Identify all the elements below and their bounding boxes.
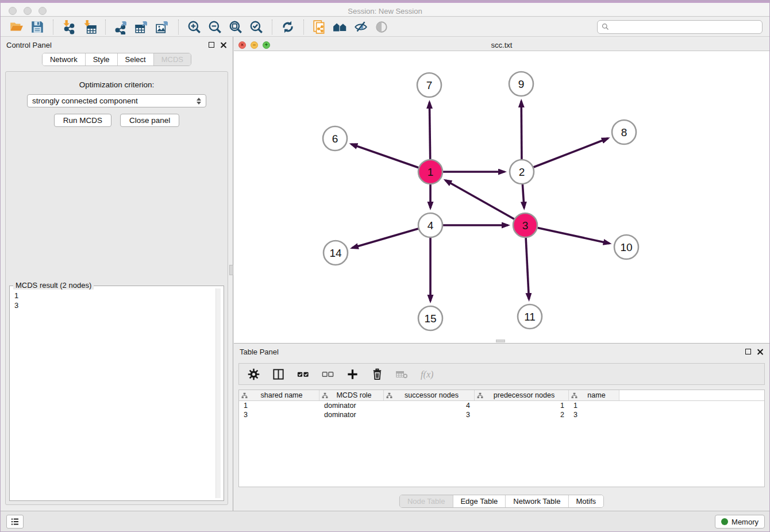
add-column-button[interactable] bbox=[345, 367, 360, 381]
column-header-predecessor-nodes[interactable]: predecessor nodes bbox=[475, 390, 569, 400]
horizontal-splitter-handle[interactable] bbox=[496, 340, 505, 342]
import-table-button[interactable] bbox=[79, 18, 100, 36]
graph-node-label: 6 bbox=[332, 133, 338, 145]
zoom-fit-button[interactable] bbox=[225, 18, 246, 36]
table-cell[interactable]: dominator bbox=[319, 401, 384, 410]
zoom-in-button[interactable] bbox=[184, 18, 205, 36]
table-cell[interactable]: 1 bbox=[475, 401, 569, 410]
export-table-icon bbox=[134, 20, 149, 34]
export-network-button[interactable] bbox=[111, 18, 132, 36]
window-title: Session: New Session bbox=[1, 7, 769, 16]
refresh-button[interactable] bbox=[278, 18, 298, 36]
eye-button[interactable] bbox=[371, 18, 392, 36]
graph-node-6[interactable]: 6 bbox=[323, 126, 347, 151]
deselect-all-button[interactable] bbox=[320, 367, 335, 381]
graph-edge-2-8[interactable] bbox=[534, 138, 609, 167]
table-row[interactable]: 3dominator323 bbox=[239, 410, 764, 419]
table-cell[interactable]: 1 bbox=[569, 401, 619, 410]
function-builder-button[interactable]: f(x) bbox=[419, 367, 434, 381]
function-builder-icon: f(x) bbox=[420, 368, 433, 381]
column-header-MCDS-role[interactable]: MCDS role bbox=[319, 390, 384, 400]
graph-node-label: 3 bbox=[522, 219, 529, 232]
delete-table-button[interactable] bbox=[394, 367, 409, 381]
vertical-splitter-handle[interactable] bbox=[229, 265, 233, 275]
column-layout-button[interactable] bbox=[271, 367, 286, 381]
table-tab-node-table[interactable]: Node Table bbox=[400, 495, 453, 507]
graph-edge-4-14[interactable] bbox=[352, 229, 418, 248]
graph-node-4[interactable]: 4 bbox=[418, 213, 442, 237]
graph-node-14[interactable]: 14 bbox=[324, 241, 348, 265]
graph-edge-2-3[interactable] bbox=[522, 184, 524, 208]
table-panel-header: Table Panel bbox=[234, 344, 769, 360]
graph-node-15[interactable]: 15 bbox=[418, 306, 442, 330]
export-table-button[interactable] bbox=[132, 18, 152, 36]
close-panel-icon[interactable] bbox=[220, 41, 227, 48]
memory-button[interactable]: Memory bbox=[715, 515, 765, 529]
graph-node-9[interactable]: 9 bbox=[509, 72, 533, 96]
graph-node-label: 7 bbox=[426, 79, 433, 91]
float-panel-icon[interactable] bbox=[209, 42, 214, 48]
graph-edge-3-10[interactable] bbox=[538, 228, 610, 244]
table-cell[interactable]: 1 bbox=[239, 401, 319, 410]
result-scrollbar[interactable] bbox=[215, 288, 221, 498]
column-header-shared-name[interactable]: shared name bbox=[239, 390, 319, 400]
export-image-button[interactable] bbox=[152, 18, 173, 36]
table-tab-edge-table[interactable]: Edge Table bbox=[453, 495, 506, 507]
save-session-button[interactable] bbox=[27, 18, 48, 36]
node-table[interactable]: shared nameMCDS rolesuccessor nodesprede… bbox=[238, 390, 765, 487]
copy-network-button[interactable] bbox=[309, 18, 330, 36]
search-field[interactable] bbox=[597, 20, 763, 34]
table-cell[interactable]: 2 bbox=[475, 410, 569, 419]
task-history-button[interactable] bbox=[6, 515, 24, 529]
home-button[interactable] bbox=[330, 18, 351, 36]
table-cell[interactable]: 3 bbox=[569, 410, 619, 419]
table-cell[interactable]: 3 bbox=[239, 410, 319, 419]
tab-select[interactable]: Select bbox=[118, 53, 154, 65]
float-table-panel-icon[interactable] bbox=[745, 349, 751, 354]
import-table-icon bbox=[82, 20, 97, 34]
tab-network[interactable]: Network bbox=[43, 53, 86, 65]
criterion-dropdown[interactable]: strongly connected component bbox=[27, 94, 206, 107]
column-header-successor-nodes[interactable]: successor nodes bbox=[384, 390, 475, 400]
graph-edge-1-6[interactable] bbox=[351, 144, 418, 168]
open-session-button[interactable] bbox=[6, 18, 27, 36]
network-canvas[interactable]: 7968124314101511 bbox=[234, 51, 769, 343]
table-cell[interactable]: dominator bbox=[319, 410, 384, 419]
save-session-icon bbox=[30, 20, 45, 34]
settings-gear-icon bbox=[247, 368, 260, 381]
graph-node-11[interactable]: 11 bbox=[518, 304, 542, 329]
column-header-name[interactable]: name bbox=[569, 390, 619, 400]
graph-node-3[interactable]: 3 bbox=[513, 213, 537, 237]
graph-node-1[interactable]: 1 bbox=[418, 160, 442, 184]
graph-node-2[interactable]: 2 bbox=[510, 160, 534, 184]
table-tab-motifs[interactable]: Motifs bbox=[568, 495, 603, 507]
search-input[interactable] bbox=[610, 23, 759, 31]
tab-mcds[interactable]: MCDS bbox=[154, 53, 191, 65]
select-all-button[interactable] bbox=[295, 367, 310, 381]
settings-gear-button[interactable] bbox=[246, 367, 261, 381]
graph-node-label: 15 bbox=[424, 313, 436, 325]
import-network-button[interactable] bbox=[59, 18, 79, 36]
table-tab-network-table[interactable]: Network Table bbox=[506, 495, 568, 507]
zoom-selected-button[interactable] bbox=[246, 18, 267, 36]
close-table-panel-icon[interactable] bbox=[757, 348, 764, 355]
delete-column-button[interactable] bbox=[369, 367, 384, 381]
tab-style[interactable]: Style bbox=[86, 53, 118, 65]
eye-slash-button[interactable] bbox=[351, 18, 371, 36]
eye-slash-icon bbox=[353, 20, 368, 34]
graph-node-10[interactable]: 10 bbox=[614, 235, 638, 259]
graph-node-7[interactable]: 7 bbox=[417, 73, 441, 97]
close-panel-button[interactable]: Close panel bbox=[120, 114, 179, 127]
memory-label: Memory bbox=[732, 518, 759, 526]
run-mcds-button[interactable]: Run MCDS bbox=[54, 114, 111, 127]
graph-edge-3-11[interactable] bbox=[526, 238, 529, 299]
graph-node-8[interactable]: 8 bbox=[612, 120, 636, 144]
mcds-result-text[interactable]: 1 3 bbox=[10, 286, 224, 310]
table-cell[interactable]: 3 bbox=[384, 410, 475, 419]
zoom-out-button[interactable] bbox=[205, 18, 225, 36]
table-cell[interactable]: 4 bbox=[384, 401, 475, 410]
graph-edge-3-1[interactable] bbox=[445, 180, 514, 219]
table-row[interactable]: 1dominator411 bbox=[239, 401, 764, 410]
graph-edge-2-9[interactable] bbox=[521, 101, 522, 159]
graph-edge-1-7[interactable] bbox=[429, 102, 430, 159]
